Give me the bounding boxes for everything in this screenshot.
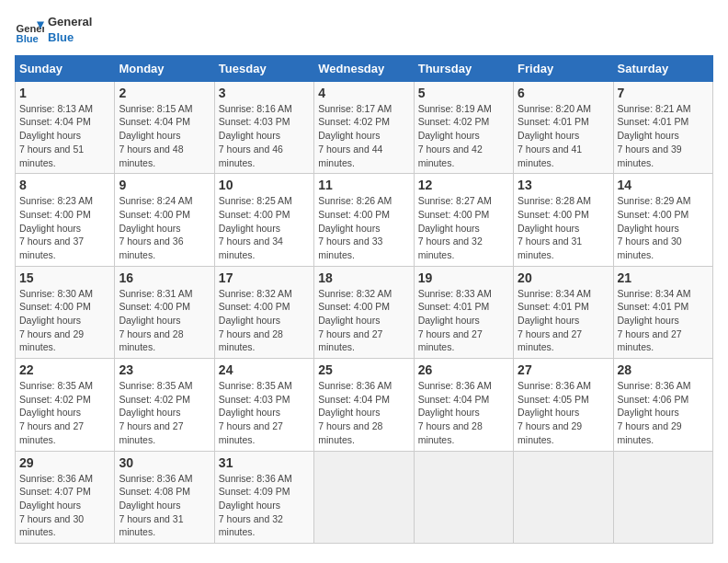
table-row: 18 Sunrise: 8:32 AMSunset: 4:00 PMDaylig… bbox=[314, 266, 414, 358]
table-row: 14 Sunrise: 8:29 AMSunset: 4:00 PMDaylig… bbox=[613, 174, 712, 266]
table-row: 9 Sunrise: 8:24 AMSunset: 4:00 PMDayligh… bbox=[115, 174, 214, 266]
table-row: 16 Sunrise: 8:31 AMSunset: 4:00 PMDaylig… bbox=[115, 266, 214, 358]
table-row: 1 Sunrise: 8:13 AMSunset: 4:04 PMDayligh… bbox=[16, 81, 115, 173]
table-row: 8 Sunrise: 8:23 AMSunset: 4:00 PMDayligh… bbox=[16, 174, 115, 266]
table-row: 7 Sunrise: 8:21 AMSunset: 4:01 PMDayligh… bbox=[613, 81, 712, 173]
calendar-week: 1 Sunrise: 8:13 AMSunset: 4:04 PMDayligh… bbox=[16, 81, 713, 173]
table-row: 23 Sunrise: 8:35 AMSunset: 4:02 PMDaylig… bbox=[115, 359, 214, 451]
calendar-week: 29 Sunrise: 8:36 AMSunset: 4:07 PMDaylig… bbox=[16, 451, 713, 543]
table-row: 22 Sunrise: 8:35 AMSunset: 4:02 PMDaylig… bbox=[16, 359, 115, 451]
col-thursday: Thursday bbox=[414, 55, 513, 81]
table-row: 25 Sunrise: 8:36 AMSunset: 4:04 PMDaylig… bbox=[314, 359, 414, 451]
table-row: 5 Sunrise: 8:19 AMSunset: 4:02 PMDayligh… bbox=[414, 81, 513, 173]
svg-text:Blue: Blue bbox=[17, 33, 39, 44]
table-row: 3 Sunrise: 8:16 AMSunset: 4:03 PMDayligh… bbox=[214, 81, 313, 173]
table-row: 30 Sunrise: 8:36 AMSunset: 4:08 PMDaylig… bbox=[115, 451, 214, 543]
table-row: 13 Sunrise: 8:28 AMSunset: 4:00 PMDaylig… bbox=[514, 174, 613, 266]
empty-cell bbox=[514, 451, 613, 543]
table-row: 17 Sunrise: 8:32 AMSunset: 4:00 PMDaylig… bbox=[214, 266, 313, 358]
col-monday: Monday bbox=[115, 55, 214, 81]
logo-icon: General Blue bbox=[15, 16, 44, 45]
header-row: Sunday Monday Tuesday Wednesday Thursday… bbox=[16, 55, 713, 81]
table-row: 27 Sunrise: 8:36 AMSunset: 4:05 PMDaylig… bbox=[514, 359, 613, 451]
table-row: 28 Sunrise: 8:36 AMSunset: 4:06 PMDaylig… bbox=[613, 359, 712, 451]
empty-cell bbox=[613, 451, 712, 543]
col-wednesday: Wednesday bbox=[314, 55, 414, 81]
table-row: 19 Sunrise: 8:33 AMSunset: 4:01 PMDaylig… bbox=[414, 266, 513, 358]
empty-cell bbox=[414, 451, 513, 543]
table-row: 15 Sunrise: 8:30 AMSunset: 4:00 PMDaylig… bbox=[16, 266, 115, 358]
empty-cell bbox=[314, 451, 414, 543]
col-friday: Friday bbox=[514, 55, 613, 81]
table-row: 29 Sunrise: 8:36 AMSunset: 4:07 PMDaylig… bbox=[16, 451, 115, 543]
table-row: 12 Sunrise: 8:27 AMSunset: 4:00 PMDaylig… bbox=[414, 174, 513, 266]
col-tuesday: Tuesday bbox=[214, 55, 313, 81]
table-row: 2 Sunrise: 8:15 AMSunset: 4:04 PMDayligh… bbox=[115, 81, 214, 173]
table-row: 20 Sunrise: 8:34 AMSunset: 4:01 PMDaylig… bbox=[514, 266, 613, 358]
calendar-week: 22 Sunrise: 8:35 AMSunset: 4:02 PMDaylig… bbox=[16, 359, 713, 451]
calendar-week: 15 Sunrise: 8:30 AMSunset: 4:00 PMDaylig… bbox=[16, 266, 713, 358]
page-header: General Blue General Blue bbox=[15, 15, 713, 46]
table-row: 11 Sunrise: 8:26 AMSunset: 4:00 PMDaylig… bbox=[314, 174, 414, 266]
logo: General Blue General Blue bbox=[15, 15, 92, 46]
table-row: 21 Sunrise: 8:34 AMSunset: 4:01 PMDaylig… bbox=[613, 266, 712, 358]
table-row: 26 Sunrise: 8:36 AMSunset: 4:04 PMDaylig… bbox=[414, 359, 513, 451]
table-row: 31 Sunrise: 8:36 AMSunset: 4:09 PMDaylig… bbox=[214, 451, 313, 543]
col-sunday: Sunday bbox=[16, 55, 115, 81]
table-row: 6 Sunrise: 8:20 AMSunset: 4:01 PMDayligh… bbox=[514, 81, 613, 173]
col-saturday: Saturday bbox=[613, 55, 712, 81]
calendar-table: Sunday Monday Tuesday Wednesday Thursday… bbox=[15, 55, 713, 544]
logo-text: General Blue bbox=[48, 15, 92, 46]
table-row: 10 Sunrise: 8:25 AMSunset: 4:00 PMDaylig… bbox=[214, 174, 313, 266]
table-row: 4 Sunrise: 8:17 AMSunset: 4:02 PMDayligh… bbox=[314, 81, 414, 173]
table-row: 24 Sunrise: 8:35 AMSunset: 4:03 PMDaylig… bbox=[214, 359, 313, 451]
calendar-week: 8 Sunrise: 8:23 AMSunset: 4:00 PMDayligh… bbox=[16, 174, 713, 266]
